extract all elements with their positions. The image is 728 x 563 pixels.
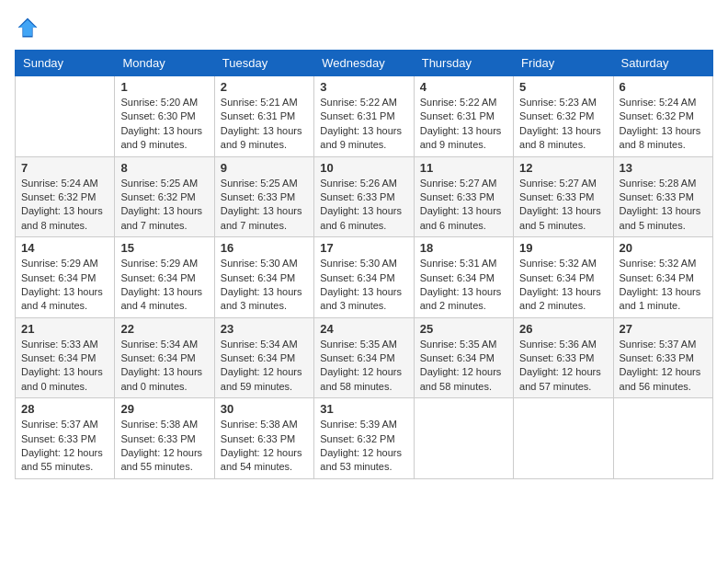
calendar-cell: 7Sunrise: 5:24 AM Sunset: 6:32 PM Daylig… [16, 156, 115, 237]
calendar-cell: 3Sunrise: 5:22 AM Sunset: 6:31 PM Daylig… [314, 76, 414, 157]
day-number: 5 [519, 80, 607, 94]
day-info: Sunrise: 5:25 AM Sunset: 6:32 PM Dayligh… [120, 177, 208, 234]
day-info: Sunrise: 5:30 AM Sunset: 6:34 PM Dayligh… [320, 257, 407, 314]
day-info: Sunrise: 5:24 AM Sunset: 6:32 PM Dayligh… [620, 96, 707, 153]
calendar-cell: 1Sunrise: 5:20 AM Sunset: 6:30 PM Daylig… [115, 76, 214, 157]
calendar-cell: 4Sunrise: 5:22 AM Sunset: 6:31 PM Daylig… [414, 76, 513, 157]
calendar-cell: 27Sunrise: 5:37 AM Sunset: 6:33 PM Dayli… [613, 317, 712, 398]
day-number: 4 [420, 80, 507, 94]
day-number: 10 [320, 161, 407, 175]
weekday-header: Friday [514, 51, 613, 76]
day-info: Sunrise: 5:38 AM Sunset: 6:33 PM Dayligh… [221, 418, 308, 475]
day-info: Sunrise: 5:33 AM Sunset: 6:34 PM Dayligh… [21, 338, 108, 395]
day-info: Sunrise: 5:26 AM Sunset: 6:33 PM Dayligh… [320, 177, 407, 234]
day-number: 27 [620, 322, 707, 336]
day-number: 11 [420, 161, 507, 175]
day-number: 7 [21, 161, 108, 175]
day-info: Sunrise: 5:23 AM Sunset: 6:32 PM Dayligh… [519, 96, 607, 153]
calendar-week-row: 14Sunrise: 5:29 AM Sunset: 6:34 PM Dayli… [16, 237, 713, 318]
day-number: 20 [620, 241, 707, 255]
day-info: Sunrise: 5:21 AM Sunset: 6:31 PM Dayligh… [221, 96, 308, 153]
day-number: 14 [21, 241, 108, 255]
weekday-header: Sunday [16, 51, 115, 76]
day-info: Sunrise: 5:34 AM Sunset: 6:34 PM Dayligh… [221, 338, 308, 395]
day-number: 21 [21, 322, 108, 336]
day-number: 26 [519, 322, 607, 336]
day-info: Sunrise: 5:36 AM Sunset: 6:33 PM Dayligh… [519, 338, 607, 395]
calendar-cell: 6Sunrise: 5:24 AM Sunset: 6:32 PM Daylig… [613, 76, 712, 157]
day-info: Sunrise: 5:27 AM Sunset: 6:33 PM Dayligh… [519, 177, 607, 234]
calendar-header-row: SundayMondayTuesdayWednesdayThursdayFrid… [16, 51, 713, 76]
calendar-cell: 14Sunrise: 5:29 AM Sunset: 6:34 PM Dayli… [16, 237, 115, 318]
weekday-header: Monday [115, 51, 214, 76]
day-info: Sunrise: 5:39 AM Sunset: 6:32 PM Dayligh… [320, 418, 407, 475]
calendar-week-row: 21Sunrise: 5:33 AM Sunset: 6:34 PM Dayli… [16, 317, 713, 398]
day-number: 15 [120, 241, 208, 255]
calendar-cell: 25Sunrise: 5:35 AM Sunset: 6:34 PM Dayli… [414, 317, 513, 398]
calendar-cell: 12Sunrise: 5:27 AM Sunset: 6:33 PM Dayli… [514, 156, 613, 237]
day-info: Sunrise: 5:29 AM Sunset: 6:34 PM Dayligh… [21, 257, 108, 314]
day-number: 18 [420, 241, 507, 255]
calendar-cell: 2Sunrise: 5:21 AM Sunset: 6:31 PM Daylig… [214, 76, 313, 157]
day-info: Sunrise: 5:22 AM Sunset: 6:31 PM Dayligh… [420, 96, 507, 153]
calendar-cell: 13Sunrise: 5:28 AM Sunset: 6:33 PM Dayli… [613, 156, 712, 237]
day-info: Sunrise: 5:27 AM Sunset: 6:33 PM Dayligh… [420, 177, 507, 234]
calendar-cell: 28Sunrise: 5:37 AM Sunset: 6:33 PM Dayli… [16, 398, 115, 479]
day-info: Sunrise: 5:37 AM Sunset: 6:33 PM Dayligh… [620, 338, 707, 395]
calendar-cell: 16Sunrise: 5:30 AM Sunset: 6:34 PM Dayli… [214, 237, 313, 318]
calendar-cell: 10Sunrise: 5:26 AM Sunset: 6:33 PM Dayli… [314, 156, 414, 237]
day-number: 28 [21, 402, 108, 416]
day-number: 12 [519, 161, 607, 175]
calendar-cell: 31Sunrise: 5:39 AM Sunset: 6:32 PM Dayli… [314, 398, 414, 479]
day-number: 31 [320, 402, 407, 416]
calendar-cell: 8Sunrise: 5:25 AM Sunset: 6:32 PM Daylig… [115, 156, 214, 237]
day-number: 9 [221, 161, 308, 175]
day-info: Sunrise: 5:38 AM Sunset: 6:33 PM Dayligh… [120, 418, 208, 475]
day-info: Sunrise: 5:30 AM Sunset: 6:34 PM Dayligh… [221, 257, 308, 314]
calendar-cell: 11Sunrise: 5:27 AM Sunset: 6:33 PM Dayli… [414, 156, 513, 237]
weekday-header: Saturday [613, 51, 712, 76]
svg-marker-1 [19, 20, 36, 36]
calendar-table: SundayMondayTuesdayWednesdayThursdayFrid… [15, 50, 713, 479]
day-info: Sunrise: 5:22 AM Sunset: 6:31 PM Dayligh… [320, 96, 407, 153]
day-number: 2 [221, 80, 308, 94]
calendar-cell: 22Sunrise: 5:34 AM Sunset: 6:34 PM Dayli… [115, 317, 214, 398]
calendar-cell: 23Sunrise: 5:34 AM Sunset: 6:34 PM Dayli… [214, 317, 313, 398]
calendar-cell: 5Sunrise: 5:23 AM Sunset: 6:32 PM Daylig… [514, 76, 613, 157]
calendar-cell: 18Sunrise: 5:31 AM Sunset: 6:34 PM Dayli… [414, 237, 513, 318]
day-number: 24 [320, 322, 407, 336]
day-number: 30 [221, 402, 308, 416]
day-info: Sunrise: 5:32 AM Sunset: 6:34 PM Dayligh… [519, 257, 607, 314]
calendar-cell: 30Sunrise: 5:38 AM Sunset: 6:33 PM Dayli… [214, 398, 313, 479]
day-info: Sunrise: 5:31 AM Sunset: 6:34 PM Dayligh… [420, 257, 507, 314]
day-number: 23 [221, 322, 308, 336]
day-number: 13 [620, 161, 707, 175]
calendar-cell [414, 398, 513, 479]
day-info: Sunrise: 5:34 AM Sunset: 6:34 PM Dayligh… [120, 338, 208, 395]
calendar-cell: 29Sunrise: 5:38 AM Sunset: 6:33 PM Dayli… [115, 398, 214, 479]
calendar-cell: 24Sunrise: 5:35 AM Sunset: 6:34 PM Dayli… [314, 317, 414, 398]
calendar-cell: 15Sunrise: 5:29 AM Sunset: 6:34 PM Dayli… [115, 237, 214, 318]
logo-icon [15, 15, 40, 40]
day-number: 29 [120, 402, 208, 416]
calendar-cell [514, 398, 613, 479]
calendar-week-row: 28Sunrise: 5:37 AM Sunset: 6:33 PM Dayli… [16, 398, 713, 479]
calendar-cell: 20Sunrise: 5:32 AM Sunset: 6:34 PM Dayli… [613, 237, 712, 318]
weekday-header: Tuesday [214, 51, 313, 76]
day-number: 16 [221, 241, 308, 255]
calendar-cell: 19Sunrise: 5:32 AM Sunset: 6:34 PM Dayli… [514, 237, 613, 318]
day-number: 3 [320, 80, 407, 94]
day-info: Sunrise: 5:32 AM Sunset: 6:34 PM Dayligh… [620, 257, 707, 314]
day-number: 8 [120, 161, 208, 175]
calendar-cell: 26Sunrise: 5:36 AM Sunset: 6:33 PM Dayli… [514, 317, 613, 398]
calendar-week-row: 1Sunrise: 5:20 AM Sunset: 6:30 PM Daylig… [16, 76, 713, 157]
day-info: Sunrise: 5:35 AM Sunset: 6:34 PM Dayligh… [320, 338, 407, 395]
calendar-cell: 21Sunrise: 5:33 AM Sunset: 6:34 PM Dayli… [16, 317, 115, 398]
page-header [15, 15, 713, 40]
day-info: Sunrise: 5:29 AM Sunset: 6:34 PM Dayligh… [120, 257, 208, 314]
day-number: 1 [120, 80, 208, 94]
day-info: Sunrise: 5:28 AM Sunset: 6:33 PM Dayligh… [620, 177, 707, 234]
day-number: 19 [519, 241, 607, 255]
calendar-cell [16, 76, 115, 157]
day-info: Sunrise: 5:24 AM Sunset: 6:32 PM Dayligh… [21, 177, 108, 234]
